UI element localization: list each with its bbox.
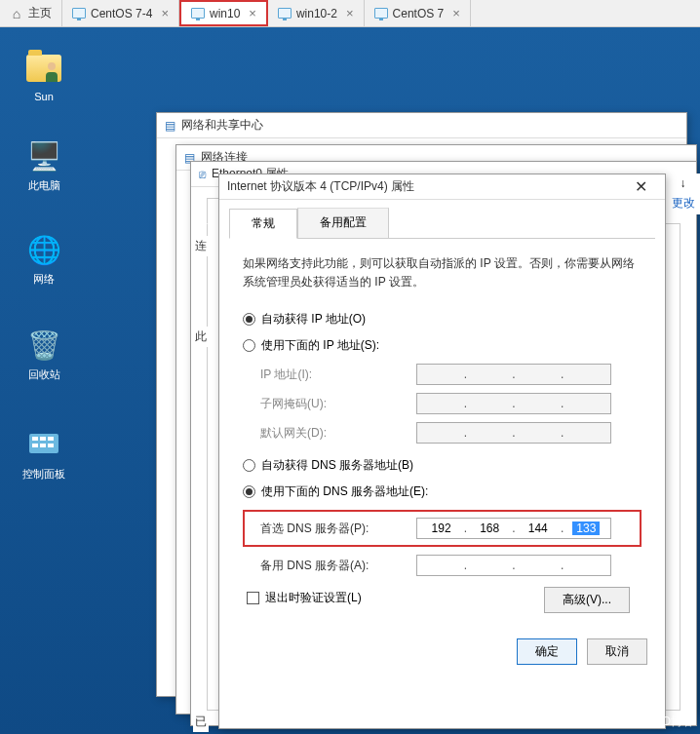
dialog-title: Internet 协议版本 4 (TCP/IPv4) 属性 [227,178,414,195]
subnet-mask-input: ... [416,393,611,414]
recycle-bin-icon: 🗑️ [24,326,63,365]
svg-rect-6 [48,444,54,447]
tab-general[interactable]: 常规 [229,209,297,239]
desktop-icon-recycle[interactable]: 🗑️ 回收站 [10,326,78,382]
icon-label: 回收站 [10,367,78,382]
gateway-label: 默认网关(D): [260,425,416,442]
right-panel-fragment: ↓ 更改 [665,174,700,214]
screen-icon [72,8,86,19]
folder-icon [26,55,61,82]
subnet-mask-label: 子网掩码(U): [260,396,416,412]
gateway-input: ... [416,422,611,444]
desktop-icon-this-pc[interactable]: 🖥️ 此电脑 [10,136,78,193]
close-icon[interactable]: × [346,6,354,20]
chevron-down-icon[interactable]: ↓ [681,176,686,190]
radio-icon [243,339,255,352]
close-icon[interactable]: × [249,6,256,20]
ip-address-label: IP 地址(I): [260,367,416,383]
radio-icon [243,313,255,326]
fragment-text: 此 [193,327,209,347]
tab-label: win10-2 [296,7,337,20]
dialog-tabs: 常规 备用配置 [229,208,655,239]
screen-icon [191,8,205,19]
tab-label: CentOS 7-4 [91,7,152,20]
highlighted-dns-row: 首选 DNS 服务器(P): 192. 168. 144. 133 [243,510,642,547]
icon-label: 网络 [10,272,78,287]
tab-win10-2[interactable]: win10-2 × [268,0,365,26]
change-label[interactable]: 更改 [672,195,695,212]
ip-address-input: ... [416,364,611,385]
tab-label: win10 [210,7,240,20]
desktop-icon-network[interactable]: 🌐 网络 [10,230,78,287]
radio-manual-ip[interactable]: 使用下面的 IP 地址(S): [243,337,642,354]
close-icon[interactable]: × [161,6,169,20]
tab-centos7-4[interactable]: CentOS 7-4 × [62,0,179,26]
window-title[interactable]: ▤ 网络和共享中心 [157,113,686,138]
description-text: 如果网络支持此功能，则可以获取自动指派的 IP 设置。否则，你需要从网络系统管理… [243,254,642,291]
svg-rect-2 [40,437,46,441]
close-icon[interactable]: × [452,6,460,20]
fragment-text: 已 [193,712,209,732]
ok-button[interactable]: 确定 [517,638,577,665]
svg-rect-3 [48,437,54,441]
tab-home[interactable]: 主页 [0,0,62,26]
checkbox-icon [247,592,259,604]
radio-icon [243,459,255,472]
tab-win10[interactable]: win10 × [179,0,268,26]
tab-label: 主页 [28,5,52,21]
home-icon [10,7,23,20]
dns-group: 自动获得 DNS 服务器地址(B) 使用下面的 DNS 服务器地址(E): 首选… [243,457,642,576]
screen-icon [278,8,292,19]
watermark: @51CTO博客 [621,714,694,730]
radio-auto-ip[interactable]: 自动获得 IP 地址(O) [243,311,642,328]
monitor-icon: 🖥️ [24,136,63,175]
advanced-button[interactable]: 高级(V)... [544,587,630,613]
primary-dns-label: 首选 DNS 服务器(P): [260,521,416,537]
tab-alternate[interactable]: 备用配置 [297,208,389,238]
icon-label: 此电脑 [10,178,78,193]
dialog-ipv4-properties: Internet 协议版本 4 (TCP/IPv4) 属性 ✕ 常规 备用配置 … [218,174,666,729]
cancel-button[interactable]: 取消 [587,638,647,665]
control-panel-icon [24,425,63,464]
tab-centos7[interactable]: CentOS 7 × [365,0,471,26]
radio-manual-dns[interactable]: 使用下面的 DNS 服务器地址(E): [243,483,642,500]
radio-icon [243,485,255,498]
desktop-icon-sun[interactable]: Sun [10,49,78,102]
svg-rect-1 [32,437,38,441]
secondary-dns-label: 备用 DNS 服务器(A): [260,558,416,574]
primary-dns-input[interactable]: 192. 168. 144. 133 [416,518,611,539]
icon-label: Sun [10,91,78,102]
globe-icon: 🌐 [24,230,63,269]
secondary-dns-input[interactable]: ... [416,555,611,576]
desktop-icon-control-panel[interactable]: 控制面板 [10,425,78,482]
radio-auto-dns[interactable]: 自动获得 DNS 服务器地址(B) [243,457,642,474]
svg-rect-5 [40,444,46,447]
network-icon: ▤ [165,119,175,133]
fragment-text: 连 [193,236,209,256]
screen-icon [374,8,388,19]
tab-label: CentOS 7 [393,7,445,20]
adapter-icon: ⎚ [199,168,206,181]
icon-label: 控制面板 [10,467,78,482]
svg-rect-4 [32,444,38,447]
close-icon[interactable]: ✕ [627,175,655,198]
vm-tabs-bar: 主页 CentOS 7-4 × win10 × win10-2 × CentOS… [0,0,700,27]
ip-group: 自动获得 IP 地址(O) 使用下面的 IP 地址(S): IP 地址(I): … [243,311,642,444]
